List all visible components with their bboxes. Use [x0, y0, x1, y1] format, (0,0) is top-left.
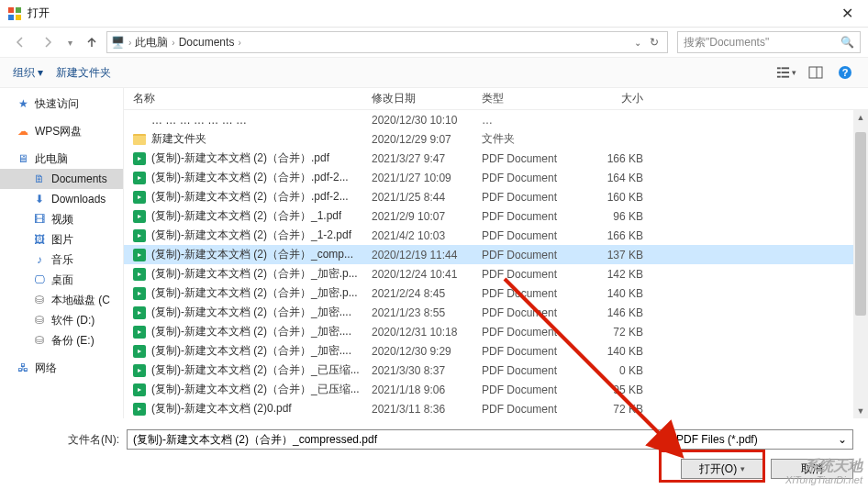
file-size: 72 KB [583, 326, 665, 339]
file-row[interactable]: ▸(复制)-新建文本文档 (2)（合并）.pdf-2...2021/1/25 8… [124, 187, 868, 206]
file-type: PDF Document [482, 210, 583, 223]
file-name: (复制)-新建文本文档 (2)（合并）_加密.... [151, 305, 351, 320]
file-type: PDF Document [482, 249, 583, 261]
file-row[interactable]: ▸(复制)-新建文本文档 (2)（合并）_comp...2020/12/19 1… [124, 245, 868, 264]
refresh-button[interactable]: ↻ [645, 36, 663, 49]
pdf-icon: ▸ [133, 364, 146, 377]
file-name: (复制)-新建文本文档 (2)（合并）_已压缩... [151, 382, 360, 397]
file-name: (复制)-新建文本文档 (2)（合并）_加密.... [151, 324, 351, 339]
file-row[interactable]: ▸(复制)-新建文本文档 (2)（合并）.pdf2021/3/27 9:47PD… [124, 149, 868, 168]
close-button[interactable]: ✕ [827, 0, 868, 27]
open-button[interactable]: 打开(O)▾ [681, 459, 763, 479]
file-row[interactable]: ▸(复制)-新建文本文档 (2)（合并）_1.pdf2021/2/9 10:07… [124, 206, 868, 226]
sidebar-item-pictures[interactable]: 🖼图片 [0, 229, 123, 250]
sidebar-item-network[interactable]: 🖧网络 [0, 358, 123, 378]
file-date: 2020/12/31 10:18 [372, 326, 482, 339]
preview-pane-button[interactable] [806, 62, 826, 83]
chevron-down-icon[interactable]: ⌄ [838, 433, 847, 446]
breadcrumb-documents[interactable]: Documents [179, 36, 235, 49]
file-name: (复制)-新建文本文档 (2)（合并）_加密.p... [151, 266, 358, 282]
sidebar-item-videos[interactable]: 🎞视频 [0, 209, 123, 229]
column-type[interactable]: 类型 [482, 91, 583, 106]
organize-menu[interactable]: 组织 ▾ [13, 65, 43, 81]
nav-recent-dropdown[interactable]: ▾ [62, 31, 77, 53]
file-row[interactable]: ▸(复制)-新建文本文档 (2)（合并）_已压缩...2021/3/30 8:3… [124, 361, 868, 380]
new-folder-button[interactable]: 新建文件夹 [56, 65, 111, 81]
svg-rect-3 [16, 15, 21, 20]
folder-row[interactable]: 新建文件夹2020/12/29 9:07文件夹 [124, 129, 868, 149]
sidebar-item-drive-e[interactable]: ⛁备份 (E:) [0, 330, 123, 350]
cancel-button[interactable]: 取消 [771, 459, 853, 479]
file-size: 140 KB [583, 287, 665, 300]
dropdown-icon[interactable]: ▾ [740, 464, 745, 473]
sidebar-item-wps[interactable]: ☁WPS网盘 [0, 121, 123, 141]
column-size[interactable]: 大小 [583, 91, 665, 106]
pictures-icon: 🖼 [33, 233, 46, 246]
search-input[interactable]: 搜索"Documents" 🔍 [677, 31, 861, 53]
pdf-icon: ▸ [133, 287, 146, 300]
file-name: (复制)-新建文本文档 (2)（合并）.pdf-2... [151, 189, 349, 205]
sidebar-item-quickaccess[interactable]: ★快速访问 [0, 94, 123, 114]
file-row[interactable]: ▸(复制)-新建文本文档 (2)（合并）_加密....2020/12/31 10… [124, 322, 868, 341]
nav-forward-button[interactable] [35, 31, 61, 53]
filetype-filter[interactable]: PDF Files (*.pdf)⌄ [670, 429, 853, 450]
breadcrumb[interactable]: 🖥️ › 此电脑 › Documents › ⌄ ↻ [106, 31, 668, 53]
sidebar-item-music[interactable]: ♪音乐 [0, 250, 123, 270]
help-button[interactable]: ? [835, 62, 855, 83]
file-size: 166 KB [583, 152, 665, 165]
sidebar-item-thispc[interactable]: 🖥此电脑 [0, 149, 123, 169]
scroll-up-button[interactable]: ▲ [853, 110, 868, 125]
file-row[interactable]: ▸(复制)-新建文本文档 (2)（合并）_加密.p...2020/12/24 1… [124, 264, 868, 283]
file-row[interactable]: ▸(复制)-新建文本文档 (2)0.pdf2021/3/11 8:36PDF D… [124, 399, 868, 418]
pdf-icon: ▸ [133, 403, 146, 416]
file-type: PDF Document [482, 345, 583, 358]
toolbar: 组织 ▾ 新建文件夹 ▾ ? [0, 57, 868, 88]
file-row[interactable]: ▸(复制)-新建文本文档 (2)（合并）_1-2.pdf2021/4/2 10:… [124, 226, 868, 245]
window-title: 打开 [28, 6, 827, 21]
scroll-thumb[interactable] [855, 132, 866, 316]
pdf-icon: ▸ [133, 210, 146, 223]
filename-input[interactable]: (复制)-新建文本文档 (2)（合并）_compressed.pdf⌄ [127, 429, 662, 450]
file-row[interactable]: … … … … … … …2020/12/30 10:10… [124, 110, 868, 129]
svg-rect-9 [782, 76, 789, 78]
file-type: … [482, 114, 583, 127]
file-row[interactable]: ▸(复制)-新建文本文档 (2)（合并）_加密....2020/12/30 9:… [124, 341, 868, 361]
file-row[interactable]: ▸(复制)-新建文本文档 (2)（合并）.pdf-2...2021/1/27 1… [124, 168, 868, 187]
breadcrumb-thispc[interactable]: 此电脑 [135, 35, 168, 50]
chevron-down-icon[interactable]: ⌄ [634, 38, 641, 48]
sidebar-item-drive-c[interactable]: ⛁本地磁盘 (C [0, 290, 123, 310]
scroll-down-button[interactable]: ▼ [853, 404, 868, 418]
search-icon[interactable]: 🔍 [840, 36, 854, 49]
file-row[interactable]: ▸(复制)-新建文本文档 (2)（合并）_加密.p...2021/2/24 8:… [124, 283, 868, 303]
file-row[interactable]: ▸(复制)-新建文本文档 (2)（合并）_已压缩...2021/1/18 9:0… [124, 380, 868, 399]
file-date: 2021/4/2 10:03 [372, 229, 482, 242]
chevron-down-icon[interactable]: ⌄ [649, 435, 656, 445]
sidebar-item-documents[interactable]: 🗎Documents [0, 169, 123, 189]
view-mode-button[interactable]: ▾ [776, 62, 796, 83]
sidebar-item-drive-d[interactable]: ⛁软件 (D:) [0, 310, 123, 330]
file-name: (复制)-新建文本文档 (2)（合并）.pdf-2... [151, 170, 349, 185]
nav-up-button[interactable] [79, 31, 105, 53]
svg-rect-4 [777, 67, 781, 69]
nav-back-button[interactable] [7, 31, 33, 53]
file-row[interactable]: ▸(复制)-新建文本文档 (2)（合并）_加密....2021/1/23 8:5… [124, 303, 868, 322]
file-date: 2020/12/24 10:41 [372, 268, 482, 281]
pdf-icon: ▸ [133, 383, 146, 396]
file-type: PDF Document [482, 364, 583, 377]
pdf-icon: ▸ [133, 345, 146, 358]
sidebar-item-desktop[interactable]: 🖵桌面 [0, 270, 123, 290]
column-name[interactable]: 名称 [133, 91, 372, 106]
file-name: (复制)-新建文本文档 (2)（合并）_1-2.pdf [151, 228, 351, 243]
file-date: 2021/2/24 8:45 [372, 287, 482, 300]
sidebar-item-downloads[interactable]: ⬇Downloads [0, 189, 123, 209]
scrollbar[interactable]: ▲ ▼ [853, 110, 868, 418]
column-date[interactable]: 修改日期 [372, 91, 482, 106]
file-date: 2021/3/11 8:36 [372, 403, 482, 416]
chevron-right-icon: › [128, 38, 131, 48]
file-name: (复制)-新建文本文档 (2)（合并）_已压缩... [151, 362, 360, 378]
drive-icon: ⛁ [33, 334, 46, 347]
titlebar: 打开 ✕ [0, 0, 868, 28]
file-size: 140 KB [583, 345, 665, 358]
scroll-track[interactable] [853, 125, 868, 404]
file-type: PDF Document [482, 229, 583, 242]
